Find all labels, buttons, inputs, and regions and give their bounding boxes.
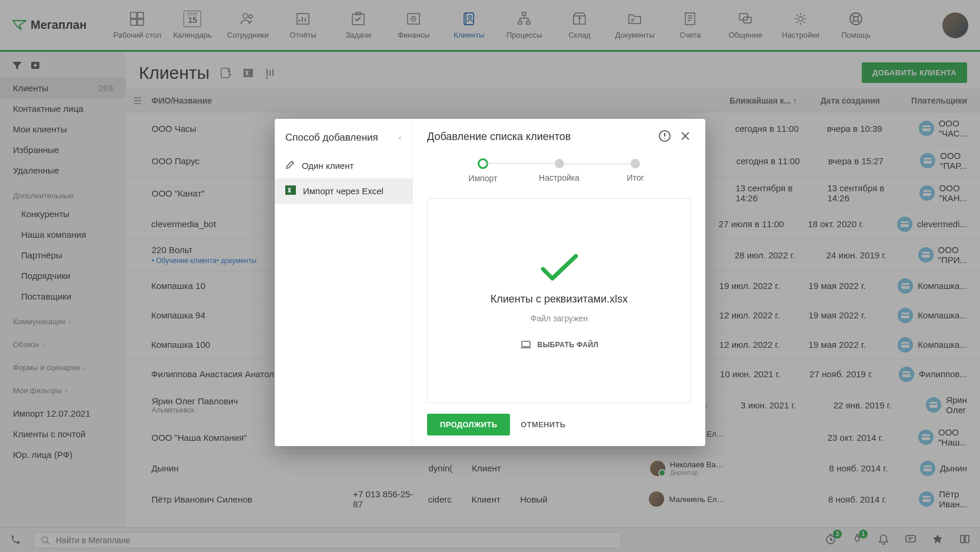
pen-icon (285, 160, 295, 171)
svg-rect-56 (285, 185, 296, 195)
info-icon[interactable] (658, 129, 671, 144)
close-icon[interactable] (679, 130, 691, 144)
cancel-button[interactable]: ОТМЕНИТЬ (521, 420, 565, 429)
uploaded-file-status: Файл загружен (531, 314, 588, 323)
laptop-icon (520, 341, 532, 349)
excel-icon (285, 185, 296, 197)
modal-option[interactable]: Один клиент (275, 153, 412, 178)
svg-rect-58 (522, 341, 530, 347)
uploaded-file-name: Клиенты с реквизитами.xlsx (491, 293, 628, 305)
modal-title: Добавление списка клиентов (427, 131, 650, 143)
modal-left-title: Способ добавления (285, 132, 378, 144)
modal-option[interactable]: Импорт через Excel (275, 178, 412, 204)
step: Настройка (521, 159, 598, 182)
step: Итог (597, 159, 674, 182)
upload-dropzone[interactable]: Клиенты с реквизитами.xlsx Файл загружен… (427, 198, 691, 403)
continue-button[interactable]: ПРОДОЛЖИТЬ (427, 414, 510, 435)
chevron-left-icon[interactable]: ‹ (398, 132, 402, 144)
step: Импорт (445, 158, 521, 183)
choose-file-button[interactable]: ВЫБРАТЬ ФАЙЛ (520, 341, 599, 349)
check-icon (538, 252, 581, 285)
import-modal: Способ добавления ‹ Один клиентИмпорт че… (275, 119, 705, 446)
